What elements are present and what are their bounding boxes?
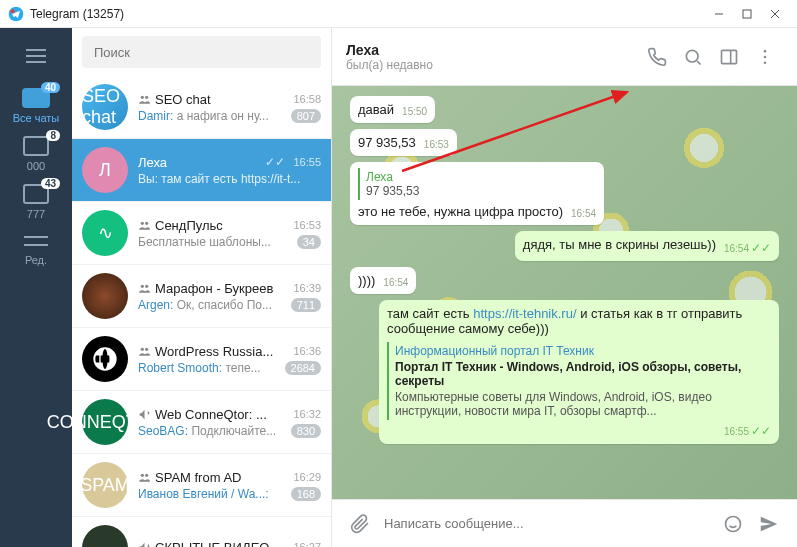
chat-list-item[interactable]: СКРЫТЫЕ ВИДЕО16:27: [72, 517, 331, 547]
menu-button[interactable]: [16, 36, 56, 76]
svg-point-7: [141, 284, 144, 287]
read-checks-icon: ✓✓: [265, 155, 285, 169]
avatar: [82, 273, 128, 319]
chat-name: SEO chat: [155, 92, 287, 107]
chat-name: Марафон - Букреев: [155, 281, 287, 296]
chat-list-item[interactable]: WordPress Russia...16:36Robert Smooth: т…: [72, 328, 331, 391]
message-time: 15:50: [402, 106, 427, 117]
chat-list-panel: SEO chatSEO chat16:58Damir: а нафига он …: [72, 28, 332, 547]
svg-rect-2: [743, 10, 751, 18]
avatar: Л: [82, 147, 128, 193]
message-link[interactable]: https://it-tehnik.ru/: [473, 306, 576, 321]
svg-point-5: [141, 221, 144, 224]
folder-000-badge: 8: [46, 130, 60, 141]
svg-point-4: [145, 95, 148, 98]
chat-list-item[interactable]: CONNEQTORWeb ConneQtor: ...16:32SeoBAG: …: [72, 391, 331, 454]
message-out[interactable]: дядя, ты мне в скрины лезешь))16:54✓✓: [515, 231, 779, 261]
avatar: SEO chat: [82, 84, 128, 130]
message-text: это не тебе, нужна цифра просто): [358, 204, 563, 219]
chat-name: Леха: [138, 155, 265, 170]
sidebar-toggle-button[interactable]: [711, 39, 747, 75]
message-text: дядя, ты мне в скрины лезешь)): [523, 237, 716, 252]
svg-point-16: [764, 55, 767, 58]
chat-name: СКРЫТЫЕ ВИДЕО: [155, 540, 287, 548]
chat-list-item[interactable]: Марафон - Букреев16:39Argen: Ок, спасибо…: [72, 265, 331, 328]
more-menu-button[interactable]: [747, 39, 783, 75]
conversation-panel: Леха был(а) недавно давай15:50 97 935,53…: [332, 28, 797, 547]
avatar: [82, 525, 128, 547]
message-out[interactable]: там сайт есть https://it-tehnik.ru/ и ст…: [379, 300, 779, 444]
message-in[interactable]: ))))16:54: [350, 267, 416, 294]
unread-badge: 807: [291, 109, 321, 123]
message-in[interactable]: 97 935,5316:53: [350, 129, 457, 156]
folder-icon: [23, 136, 49, 156]
chat-list-item[interactable]: ∿СендПульс16:53Бесплатные шаблоны...34: [72, 202, 331, 265]
message-time: 16:55: [724, 426, 749, 437]
chat-time: 16:27: [293, 541, 321, 547]
svg-point-18: [726, 516, 741, 531]
message-input[interactable]: [378, 516, 715, 531]
chat-preview: Бесплатные шаблоны...: [138, 235, 291, 249]
chat-time: 16:39: [293, 282, 321, 294]
unread-badge: 2684: [285, 361, 321, 375]
svg-point-3: [141, 95, 144, 98]
send-button[interactable]: [751, 506, 787, 542]
channel-icon: [138, 408, 151, 421]
group-icon: [138, 219, 151, 232]
chat-list-item[interactable]: ЛЛеха✓✓16:55Вы: там сайт есть https://it…: [72, 139, 331, 202]
chat-preview: Иванов Евгений / Wa...:: [138, 487, 285, 501]
avatar: SPAM: [82, 462, 128, 508]
rail-folder-777[interactable]: 43 777: [6, 184, 66, 220]
svg-point-13: [686, 50, 698, 62]
chat-list-item[interactable]: SEO chatSEO chat16:58Damir: а нафига он …: [72, 76, 331, 139]
message-in[interactable]: Леха 97 935,53 это не тебе, нужна цифра …: [350, 162, 604, 225]
rail-all-chats-label: Все чаты: [13, 112, 60, 124]
rail-edit-label: Ред.: [25, 254, 47, 266]
chat-header-name: Леха: [346, 42, 639, 58]
chat-header-info[interactable]: Леха был(а) недавно: [346, 42, 639, 72]
reply-name: Леха: [366, 170, 590, 184]
message-in[interactable]: давай15:50: [350, 96, 435, 123]
link-preview-card[interactable]: Информационный портал IT Техник Портал I…: [387, 342, 771, 420]
window-maximize-button[interactable]: [733, 4, 761, 24]
window-titlebar: Telegram (13257): [0, 0, 797, 28]
rail-all-chats[interactable]: 40 Все чаты: [6, 88, 66, 124]
chat-preview: Damir: а нафига он ну...: [138, 109, 285, 123]
chat-time: 16:55: [293, 156, 321, 168]
folder-000-label: 000: [27, 160, 45, 172]
preview-sender: Argen:: [138, 298, 177, 312]
search-input[interactable]: [82, 36, 321, 68]
call-button[interactable]: [639, 39, 675, 75]
chat-name: WordPress Russia...: [155, 344, 287, 359]
message-composer: [332, 499, 797, 547]
folder-777-label: 777: [27, 208, 45, 220]
svg-point-12: [145, 473, 148, 476]
window-close-button[interactable]: [761, 4, 789, 24]
emoji-button[interactable]: [715, 506, 751, 542]
search-in-chat-button[interactable]: [675, 39, 711, 75]
message-time: 16:53: [424, 139, 449, 150]
folder-777-badge: 43: [41, 178, 60, 189]
message-text: )))): [358, 273, 375, 288]
link-card-title: Портал IT Техник - Windows, Android, iOS…: [395, 360, 765, 388]
message-text: 97 935,53: [358, 135, 416, 150]
svg-rect-14: [722, 50, 737, 63]
svg-point-8: [145, 284, 148, 287]
read-checks-icon: ✓✓: [751, 424, 771, 438]
reply-preview[interactable]: Леха 97 935,53: [358, 168, 596, 200]
chat-preview: SeoBAG: Подключайте...: [138, 424, 285, 438]
attach-button[interactable]: [342, 506, 378, 542]
messages-area[interactable]: давай15:50 97 935,5316:53 Леха 97 935,53…: [332, 86, 797, 499]
unread-badge: 830: [291, 424, 321, 438]
window-minimize-button[interactable]: [705, 4, 733, 24]
folders-rail: 40 Все чаты 8 000 43 777 Ред.: [0, 28, 72, 547]
unread-badge: 168: [291, 487, 321, 501]
rail-folder-000[interactable]: 8 000: [6, 136, 66, 172]
svg-point-6: [145, 221, 148, 224]
chat-list-item[interactable]: SPAMSPAM from AD16:29Иванов Евгений / Wa…: [72, 454, 331, 517]
rail-edit-folders[interactable]: Ред.: [6, 232, 66, 266]
message-time: 16:54: [383, 277, 408, 288]
message-time: 16:54: [571, 208, 596, 219]
preview-sender: SeoBAG:: [138, 424, 191, 438]
chat-preview: Argen: Ок, спасибо По...: [138, 298, 285, 312]
